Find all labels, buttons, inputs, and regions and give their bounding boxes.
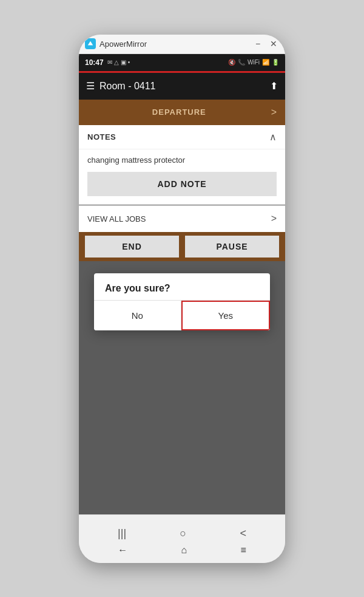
notes-header[interactable]: NOTES ∧ — [79, 125, 285, 149]
status-icons-left: ✉ △ ▣ • — [107, 59, 130, 66]
dialog-buttons: No Yes — [94, 300, 270, 330]
dialog-title: Are you sure? — [94, 273, 270, 300]
title-bar: ApowerMirror − ✕ — [79, 35, 285, 54]
add-note-button[interactable]: ADD NOTE — [87, 172, 277, 196]
room-title: Room - 0411 — [99, 81, 270, 92]
view-all-jobs[interactable]: VIEW ALL JOBS > — [79, 205, 285, 232]
notes-content: changing mattress protector ADD NOTE — [79, 149, 285, 205]
gray-area: Are you sure? No Yes — [79, 261, 285, 514]
dot-icon: • — [128, 59, 130, 66]
notes-chevron-icon: ∧ — [269, 131, 277, 143]
phone-frame: ApowerMirror − ✕ 10:47 ✉ △ ▣ • 🔇 📞 WiFi … — [79, 35, 285, 563]
hamburger-icon[interactable]: ☰ — [86, 80, 95, 92]
note-text: changing mattress protector — [87, 155, 277, 165]
alert-icon: △ — [114, 59, 119, 66]
image-icon: ▣ — [121, 59, 126, 66]
dialog-no-button[interactable]: No — [94, 301, 181, 330]
end-button[interactable]: END — [85, 236, 179, 258]
status-time: 10:47 — [85, 58, 104, 67]
pause-button[interactable]: PAUSE — [185, 236, 279, 258]
departure-bar[interactable]: DEPARTURE > — [79, 100, 285, 125]
back-button[interactable]: < — [240, 527, 246, 540]
signal-icon: 📶 — [262, 59, 269, 66]
action-bar: END PAUSE — [79, 232, 285, 261]
share-icon[interactable]: ⬆ — [270, 80, 278, 92]
home-button[interactable]: ○ — [180, 527, 186, 540]
minimize-button[interactable]: − — [252, 38, 263, 49]
close-button[interactable]: ✕ — [268, 38, 279, 49]
menu-gesture-button[interactable]: ≡ — [240, 545, 246, 556]
wifi-icon: WiFi — [248, 59, 260, 66]
mail-icon: ✉ — [107, 59, 112, 66]
dialog-box: Are you sure? No Yes — [94, 273, 270, 330]
nav-buttons: ||| ○ < — [79, 527, 285, 540]
status-icons-right: 🔇 📞 WiFi 📶 🔋 — [228, 59, 279, 66]
phone-screen: 10:47 ✉ △ ▣ • 🔇 📞 WiFi 📶 🔋 ☰ Room - 0411… — [79, 54, 285, 563]
app-content: DEPARTURE > NOTES ∧ changing mattress pr… — [79, 100, 285, 514]
title-bar-title: ApowerMirror — [99, 39, 252, 49]
title-bar-controls: − ✕ — [252, 38, 279, 49]
battery-icon: 🔋 — [272, 59, 279, 66]
home-gesture-button[interactable]: ⌂ — [181, 545, 187, 556]
dialog-yes-button[interactable]: Yes — [181, 301, 271, 330]
phone-nav: ||| ○ < ← ⌂ ≡ — [79, 514, 285, 563]
nav-bottom: ← ⌂ ≡ — [79, 545, 285, 556]
recent-apps-button[interactable]: ||| — [118, 527, 126, 540]
back-gesture-button[interactable]: ← — [118, 545, 127, 556]
notes-section: NOTES ∧ changing mattress protector ADD … — [79, 125, 285, 205]
departure-arrow: > — [271, 107, 277, 118]
app-header: ☰ Room - 0411 ⬆ — [79, 73, 285, 100]
phone-icon: 📞 — [238, 59, 245, 66]
notes-label: NOTES — [87, 132, 269, 142]
apowermirror-icon — [85, 38, 96, 49]
dialog-overlay: Are you sure? No Yes — [79, 261, 285, 514]
mute-icon: 🔇 — [228, 59, 235, 66]
view-all-text: VIEW ALL JOBS — [87, 214, 271, 223]
departure-text: DEPARTURE — [87, 107, 271, 117]
status-bar: 10:47 ✉ △ ▣ • 🔇 📞 WiFi 📶 🔋 — [79, 54, 285, 71]
view-all-arrow-icon: > — [271, 213, 277, 224]
